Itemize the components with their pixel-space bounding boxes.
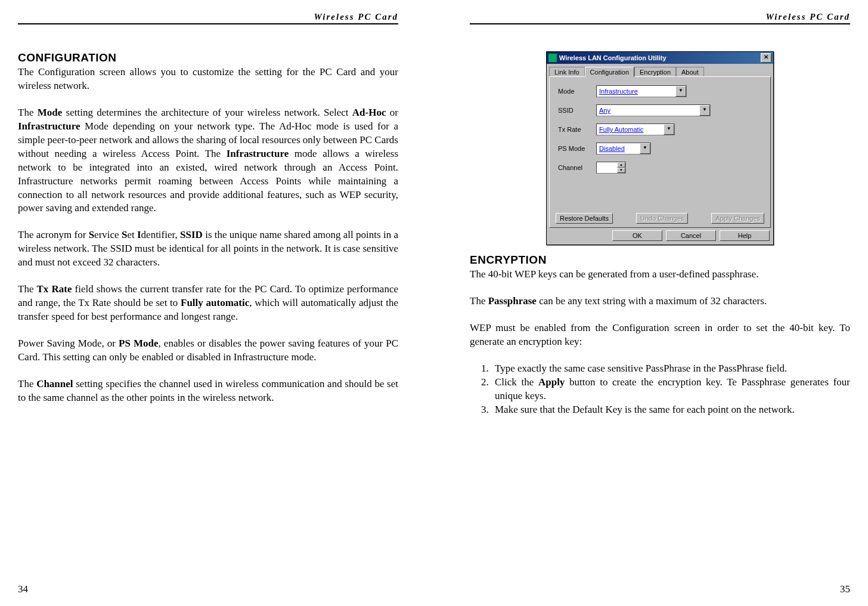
chevron-down-icon[interactable]: ▼ — [640, 143, 650, 154]
header-right: Wireless PC Card — [470, 12, 850, 24]
tab-link-info[interactable]: Link Info — [549, 67, 585, 77]
txrate-value: Fully Automatic — [597, 126, 664, 133]
encryption-intro: The 40-bit WEP keys can be generated fro… — [470, 268, 850, 282]
ssid-combo[interactable]: Any ▼ — [596, 104, 711, 116]
encryption-steps: Type exactly the same case sensitive Pas… — [470, 362, 850, 417]
txrate-paragraph: The Tx Rate field shows the current tran… — [18, 283, 398, 324]
cancel-button[interactable]: Cancel — [666, 230, 716, 241]
config-heading: CONFIGURATION — [18, 51, 398, 64]
ok-button[interactable]: OK — [612, 230, 662, 241]
txrate-label: Tx Rate — [558, 126, 596, 133]
channel-spinner[interactable]: ▲ ▼ — [596, 162, 626, 174]
mode-label: Mode — [558, 88, 596, 95]
step-2: Click the Apply button to create the enc… — [491, 376, 850, 403]
tab-strip: Link Info Configuration Encryption About — [547, 64, 773, 76]
config-panel: Mode Infrastructure ▼ SSID Any ▼ — [549, 76, 771, 228]
spinner-up-icon[interactable]: ▲ — [617, 162, 625, 168]
mode-value: Infrastructure — [597, 88, 675, 95]
screenshot-container: Wireless LAN Configuration Utility ✕ Lin… — [470, 51, 850, 245]
psmode-paragraph: Power Saving Mode, or PS Mode, enables o… — [18, 337, 398, 364]
psmode-value: Disabled — [597, 145, 640, 152]
step-1: Type exactly the same case sensitive Pas… — [491, 362, 850, 376]
config-utility-window: Wireless LAN Configuration Utility ✕ Lin… — [546, 51, 774, 245]
ssid-label: SSID — [558, 107, 596, 114]
txrate-combo[interactable]: Fully Automatic ▼ — [596, 123, 675, 135]
tab-about[interactable]: About — [676, 67, 704, 77]
channel-label: Channel — [558, 164, 596, 171]
page-number-right: 35 — [840, 583, 850, 595]
close-icon[interactable]: ✕ — [761, 53, 771, 63]
step-3: Make sure that the Default Key is the sa… — [491, 403, 850, 417]
channel-paragraph: The Channel setting specifies the channe… — [18, 378, 398, 405]
page-number-left: 34 — [18, 583, 28, 595]
mode-combo[interactable]: Infrastructure ▼ — [596, 85, 687, 97]
passphrase-paragraph: The Passphrase can be any text string wi… — [470, 295, 850, 308]
window-titlebar[interactable]: Wireless LAN Configuration Utility ✕ — [547, 52, 773, 64]
restore-defaults-button[interactable]: Restore Defaults — [556, 213, 613, 224]
tab-encryption[interactable]: Encryption — [634, 67, 676, 77]
channel-value[interactable] — [597, 162, 617, 173]
apply-changes-button[interactable]: Apply Changes — [711, 213, 764, 224]
tab-configuration[interactable]: Configuration — [585, 67, 634, 77]
dialog-buttons: OK Cancel Help — [547, 230, 773, 245]
help-button[interactable]: Help — [720, 230, 770, 241]
ssid-value: Any — [597, 107, 699, 114]
encryption-heading: ENCRYPTION — [470, 253, 850, 267]
psmode-label: PS Mode — [558, 145, 596, 152]
window-title: Wireless LAN Configuration Utility — [559, 54, 761, 61]
ssid-paragraph: The acronym for Service Set Identifier, … — [18, 228, 398, 270]
app-icon — [548, 54, 557, 62]
chevron-down-icon[interactable]: ▼ — [675, 86, 686, 97]
mode-paragraph: The Mode setting determines the architec… — [18, 106, 398, 216]
header-left: Wireless PC Card — [18, 12, 398, 24]
psmode-combo[interactable]: Disabled ▼ — [596, 143, 651, 154]
page-left: Wireless PC Card CONFIGURATION The Confi… — [0, 0, 434, 606]
chevron-down-icon[interactable]: ▼ — [699, 105, 710, 116]
config-intro: The Configuration screen allows you to c… — [18, 66, 398, 93]
undo-changes-button[interactable]: Undo Changes — [636, 213, 688, 224]
wep-instructions: WEP must be enabled from the Configurati… — [470, 321, 850, 349]
page-right: Wireless PC Card Wireless LAN Configurat… — [434, 0, 868, 606]
chevron-down-icon[interactable]: ▼ — [664, 124, 674, 135]
spinner-down-icon[interactable]: ▼ — [617, 168, 625, 173]
